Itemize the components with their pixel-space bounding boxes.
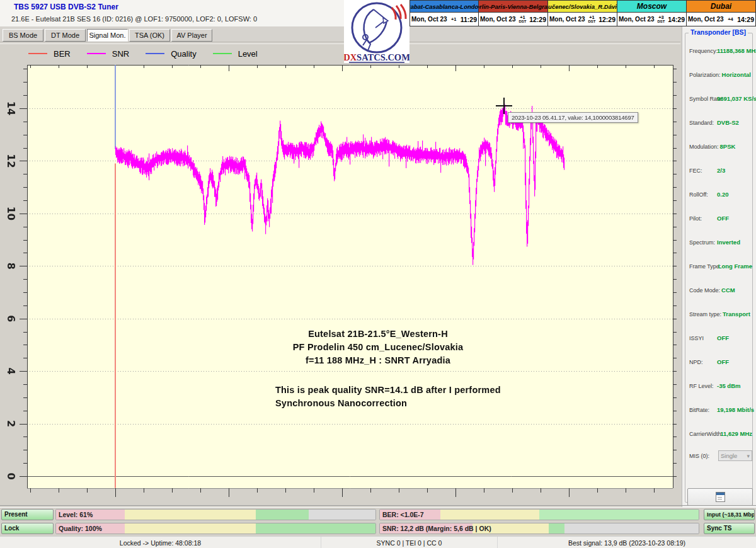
mis-label: MIS (0): bbox=[689, 453, 716, 459]
clock-panel-4: DubaiMon, Oct 23+414:29 bbox=[687, 0, 756, 26]
transponder-groupbox: Transponder [BS] Frequency:11188,368 MHz… bbox=[685, 33, 753, 503]
snr-line-swatch bbox=[87, 53, 106, 54]
bar-segment bbox=[125, 510, 256, 520]
transponder-row-label: CarrierWidth: bbox=[689, 431, 719, 437]
transponder-row-value: 0.20 bbox=[716, 191, 729, 198]
legend-item-level: Level bbox=[213, 49, 258, 59]
clock-city-label: Moscow bbox=[617, 1, 686, 13]
bar-segment bbox=[539, 510, 699, 520]
clock-panel-3: MoscowMon, Oct 23+3DST14:29 bbox=[617, 0, 687, 26]
transponder-row-label: Stream type: bbox=[689, 311, 721, 317]
quality-progressbar: Quality: 100% bbox=[55, 523, 376, 534]
clock-time-row: Mon, Oct 23+414:29 bbox=[687, 13, 755, 26]
world-clocks: Rabat-Casablanca-LondonMon, Oct 23+111:2… bbox=[410, 0, 756, 26]
panel-button[interactable] bbox=[687, 488, 753, 506]
transponder-row-value: DVB-S2 bbox=[716, 119, 739, 126]
transponder-row-label: FEC: bbox=[689, 168, 716, 174]
ber-text: BER: <1.0E-7 bbox=[382, 511, 424, 518]
tab-strip-divider bbox=[0, 42, 680, 44]
transponder-row: CarrierWidth:11,629 MHz bbox=[685, 430, 752, 438]
transponder-row-value: Inverted bbox=[716, 239, 740, 246]
transponder-panel: Transponder [BS] Frequency:11188,368 MHz… bbox=[682, 26, 756, 507]
horizontal-divider bbox=[0, 505, 756, 508]
clock-city-label: Rabat-Casablanca-London bbox=[410, 1, 478, 13]
mis-dropdown[interactable]: Single▾ bbox=[718, 450, 752, 461]
transponder-row-value: Transport bbox=[721, 311, 750, 317]
annotation-line: f=11 188 MHz_H : SNRT Arryadia bbox=[236, 354, 520, 367]
clock-utc-offset: +1DST bbox=[516, 15, 529, 24]
clock-panel-1: Berlin-Paris-Vienna-BelgradeMon, Oct 23+… bbox=[479, 0, 548, 26]
transponder-row-value: Horizontal bbox=[721, 71, 751, 78]
annotation-line: Synchronous Nanocorrection bbox=[275, 397, 520, 410]
annotation-line: This is peak quality SNR=14.1 dB after I… bbox=[275, 384, 520, 397]
transponder-row-value: 8PSK bbox=[719, 143, 736, 150]
transponder-row: RF Level:-35 dBm bbox=[685, 382, 752, 390]
tuner-subtitle: 21.6E - Eutelsat 21B SES 16 (ID: 0216) @… bbox=[11, 15, 257, 23]
transponder-row-value: -35 dBm bbox=[716, 382, 740, 389]
transponder-row: Polarization:Horizontal bbox=[685, 71, 752, 79]
transponder-row-value: OFF bbox=[716, 215, 729, 222]
transponder-row: Standard:DVB-S2 bbox=[685, 119, 752, 127]
quality-text: Quality: 100% bbox=[59, 525, 102, 532]
transponder-row-value: OFF bbox=[716, 358, 729, 365]
transponder-rows: Frequency:11188,368 MHzPolarization:Hori… bbox=[685, 33, 752, 461]
level-progressbar: Level: 61% bbox=[55, 509, 376, 520]
bar-segment bbox=[440, 510, 539, 520]
transponder-row: Code Mode:CCM bbox=[685, 287, 752, 294]
clock-date: Mon, Oct 23 bbox=[619, 16, 655, 23]
status-bar: Locked -> Uptime: 48:08:18 SYNC 0 | TEI … bbox=[0, 536, 756, 548]
clock-time-row: Mon, Oct 23+1DST12:29 bbox=[479, 13, 547, 26]
transponder-row: Symbol Rate:9691,037 KS/s bbox=[685, 95, 752, 103]
transponder-row-value: 11188,368 MHz bbox=[716, 47, 756, 54]
snr-progressbar: SNR: 12,2 dB (Margin: 5,6 dB | OK) bbox=[379, 523, 699, 534]
transponder-row: Pilot:OFF bbox=[685, 215, 752, 222]
sync-ts-indicator: Sync TS bbox=[704, 523, 755, 534]
tab-tsa[interactable]: TSA (OK) bbox=[129, 29, 170, 42]
input-rate-indicator: Input (~18,31 Mbps) bbox=[704, 509, 755, 520]
tab-av-player[interactable]: AV Player bbox=[171, 29, 212, 42]
snr-text: SNR: 12,2 dB (Margin: 5,6 dB | OK) bbox=[382, 525, 491, 532]
clock-date: Mon, Oct 23 bbox=[549, 16, 585, 23]
tab-dt-mode[interactable]: DT Mode bbox=[45, 29, 86, 42]
clock-time-row: Mon, Oct 23+1DST12:29 bbox=[548, 13, 617, 26]
clock-time: 12:29 bbox=[529, 16, 546, 23]
transponder-row: NPD:OFF bbox=[685, 358, 752, 366]
transponder-row: Modulation:8PSK bbox=[685, 143, 752, 151]
transponder-row-label: Pilot: bbox=[689, 215, 716, 222]
transponder-row-label: Spectrum: bbox=[689, 239, 716, 246]
legend-label: Level bbox=[238, 49, 258, 59]
bar-segment bbox=[125, 523, 256, 534]
transponder-row-label: NPD: bbox=[689, 359, 716, 365]
signal-chart[interactable]: Eutelsat 21B-21.5°E_Western-H PF Prodeli… bbox=[0, 63, 680, 498]
transponder-row: Frequency:11188,368 MHz bbox=[685, 47, 752, 55]
mis-value: Single bbox=[721, 452, 737, 459]
bar-segment bbox=[309, 510, 375, 520]
clock-time: 11:29 bbox=[461, 16, 477, 23]
status-best-signal: Best signal: 13,9 dB (2023-10-23 08:19) bbox=[498, 537, 756, 548]
legend-label: Quality bbox=[171, 49, 196, 59]
transponder-row-label: Code Mode: bbox=[689, 287, 720, 294]
signal-chart-canvas[interactable] bbox=[0, 63, 680, 498]
transponder-row: Frame Type:Long Frame bbox=[685, 263, 752, 270]
tab-signal-mon[interactable]: Signal Mon. bbox=[87, 29, 128, 42]
transponder-row-label: BitRate: bbox=[689, 407, 716, 413]
clock-date: Mon, Oct 23 bbox=[688, 16, 724, 23]
app-title: TBS 5927 USB DVB-S2 Tuner bbox=[14, 3, 118, 11]
legend-item-ber: BER bbox=[28, 49, 71, 59]
ber-line-swatch bbox=[28, 53, 47, 54]
clock-panel-0: Rabat-Casablanca-LondonMon, Oct 23+111:2… bbox=[410, 0, 479, 26]
transponder-row: ISSYIOFF bbox=[685, 334, 752, 342]
clock-time: 14:29 bbox=[737, 16, 754, 23]
clock-utc-offset: +1 bbox=[447, 17, 461, 22]
transponder-row-value: 9691,037 KS/s bbox=[716, 95, 756, 102]
clock-time: 12:29 bbox=[598, 16, 616, 23]
present-indicator: Present bbox=[1, 509, 54, 520]
window-list-icon bbox=[716, 492, 725, 502]
tab-bar: BS Mode DT Mode Signal Mon. TSA (OK) AV … bbox=[0, 26, 680, 43]
transponder-row-label: Symbol Rate: bbox=[689, 96, 716, 102]
transponder-row: Stream type:Transport bbox=[685, 311, 752, 318]
level-text: Level: 61% bbox=[59, 511, 93, 518]
chart-legend: BER SNR Quality Level bbox=[28, 47, 258, 60]
tab-bs-mode[interactable]: BS Mode bbox=[3, 29, 43, 42]
status-sync-counters: SYNC 0 | TEI 0 | CC 0 bbox=[321, 537, 498, 548]
